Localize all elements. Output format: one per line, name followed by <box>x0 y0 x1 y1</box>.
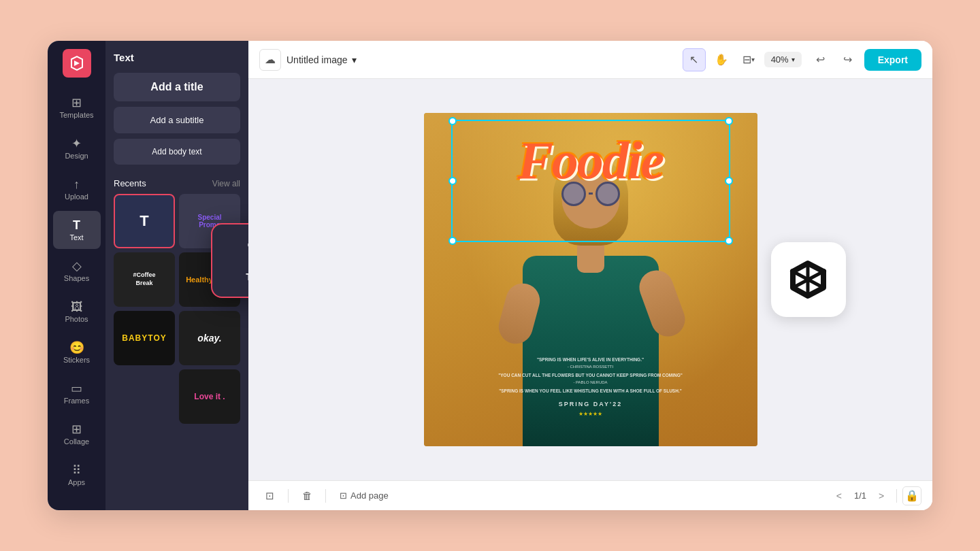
bottom-left: ⊡ 🗑 ⊡ Add page <box>259 486 394 506</box>
sidebar-item-label: Upload <box>65 193 88 201</box>
sidebar: ⊞ Templates ✦ Design ↑ Upload T Text ◇ S… <box>48 41 105 510</box>
layout-icon: ⊟ <box>742 53 751 66</box>
quote2: - CHRISTINA ROSSETTI <box>495 364 686 371</box>
sidebar-item-stickers[interactable]: 😊 Stickers <box>53 333 101 371</box>
recents-header: Recents View all <box>114 178 240 188</box>
canvas-area[interactable]: Foodie "SPRING IS WHEN LIFE'S ALIVE IN E… <box>248 79 932 480</box>
sidebar-item-label: Frames <box>64 397 89 405</box>
document-title: Untitled image <box>287 54 348 65</box>
trash-button[interactable]: 🗑 <box>297 486 317 506</box>
view-all-link[interactable]: View all <box>212 179 240 188</box>
archive-button[interactable]: ⊡ <box>259 486 280 506</box>
recent-loveit-text: Love it . <box>194 392 225 401</box>
templates-icon: ⊞ <box>71 97 82 109</box>
sidebar-item-design[interactable]: ✦ Design <box>53 129 101 167</box>
canvas-wrapper: Foodie "SPRING IS WHEN LIFE'S ALIVE IN E… <box>424 113 757 446</box>
bottom-bar: ⊡ 🗑 ⊡ Add page < 1/1 > <box>248 480 932 510</box>
collage-icon: ⊞ <box>71 423 82 435</box>
cursor-icon: ↖ <box>689 53 698 66</box>
add-page-icon: ⊡ <box>340 490 347 501</box>
add-page-label: Add page <box>350 490 389 501</box>
sidebar-item-label: Apps <box>68 478 85 486</box>
sidebar-item-label: Collage <box>64 437 89 446</box>
toolbar: ☁ Untitled image ▾ ↖ ✋ ⊟ ▾ <box>248 41 932 79</box>
recent-item-coffee[interactable]: #CoffeeBreak <box>114 252 175 307</box>
recent-item-baby[interactable]: BABYTOY <box>114 311 175 365</box>
zoom-level: 40% <box>771 54 789 65</box>
redo-button[interactable]: ↪ <box>837 49 859 71</box>
upload-icon: ↑ <box>74 178 80 190</box>
redo-icon: ↪ <box>843 53 852 66</box>
lock-button[interactable]: 🔒 <box>902 486 921 505</box>
toolbar-right: ↩ ↪ Export <box>810 49 921 71</box>
next-page-button[interactable]: > <box>872 486 891 505</box>
sidebar-item-collage[interactable]: ⊞ Collage <box>53 415 101 453</box>
sidebar-item-label: Design <box>65 152 88 160</box>
sidebar-item-apps[interactable]: ⠿ Apps <box>53 456 101 494</box>
sidebar-item-label: Stickers <box>63 356 90 364</box>
recent-baby-text: BABYTOY <box>122 333 166 343</box>
editor-area: ☁ Untitled image ▾ ↖ ✋ ⊟ ▾ <box>248 41 932 510</box>
document-title-area[interactable]: Untitled image ▾ <box>287 54 357 65</box>
sidebar-item-label: Photos <box>65 315 88 323</box>
cursor-tool-button[interactable]: ↖ <box>683 48 706 71</box>
sidebar-item-text[interactable]: T Text <box>53 211 101 249</box>
apps-icon: ⠿ <box>72 464 81 476</box>
export-button[interactable]: Export <box>864 49 921 71</box>
popup-text-icon: T <box>248 239 248 267</box>
poster-bottom-text: "SPRING IS WHEN LIFE'S ALIVE IN EVERYTHI… <box>495 356 686 419</box>
popup-text-label: Text <box>246 271 248 282</box>
sidebar-item-label: Templates <box>59 111 93 119</box>
bottom-divider-3 <box>896 489 897 503</box>
add-subtitle-button[interactable]: Add a subtitle <box>114 107 240 133</box>
recent-okay-text: okay. <box>197 333 221 344</box>
sidebar-item-upload[interactable]: ↑ Upload <box>53 170 101 208</box>
app-container: ⊞ Templates ✦ Design ↑ Upload T Text ◇ S… <box>48 41 932 510</box>
design-icon: ✦ <box>71 137 82 150</box>
undo-button[interactable]: ↩ <box>810 49 832 71</box>
sidebar-item-templates[interactable]: ⊞ Templates <box>53 88 101 127</box>
bottom-divider-2 <box>325 489 326 503</box>
recent-item-loveit[interactable]: Love it . <box>179 369 240 424</box>
sidebar-item-label: Shapes <box>64 274 89 282</box>
hand-tool-button[interactable]: ✋ <box>710 48 733 71</box>
shapes-icon: ◇ <box>72 260 82 272</box>
prev-page-button[interactable]: < <box>830 486 849 505</box>
cloud-button[interactable]: ☁ <box>259 49 281 71</box>
recent-coffee-text: #CoffeeBreak <box>133 271 155 287</box>
capcut-logo <box>771 242 846 317</box>
panel-title: Text <box>114 52 240 63</box>
quote3: "YOU CAN CUT ALL THE FLOWERS BUT YOU CAN… <box>495 372 686 379</box>
layout-dropdown-icon: ▾ <box>751 56 755 63</box>
add-title-button[interactable]: Add a title <box>114 73 240 101</box>
recent-item-text[interactable]: T <box>114 194 175 248</box>
app-logo[interactable] <box>63 49 91 78</box>
text-icon: T <box>73 219 80 231</box>
add-page-button[interactable]: ⊡ Add page <box>334 488 394 503</box>
poster-title: Foodie <box>518 131 663 190</box>
canvas-image[interactable]: Foodie "SPRING IS WHEN LIFE'S ALIVE IN E… <box>424 113 757 446</box>
frames-icon: ▭ <box>71 382 82 395</box>
bottom-center: < 1/1 > 🔒 <box>830 486 921 505</box>
sidebar-item-label: Text <box>69 233 83 241</box>
zoom-control[interactable]: 40% ▾ <box>764 52 802 67</box>
quote5: "SPRING IS WHEN YOU FEEL LIKE WHISTLING … <box>495 388 686 395</box>
sidebar-item-photos[interactable]: 🖼 Photos <box>53 293 101 331</box>
quote4: - PABLO NERUDA <box>495 380 686 386</box>
layout-button[interactable]: ⊟ ▾ <box>737 48 760 71</box>
star-rating: ★★★★★ <box>495 410 686 419</box>
stickers-icon: 😊 <box>69 341 84 354</box>
zoom-dropdown-icon: ▾ <box>791 56 795 63</box>
text-panel: Text Add a title Add a subtitle Add body… <box>105 41 248 510</box>
recent-item-okay[interactable]: okay. <box>179 311 240 365</box>
hand-icon: ✋ <box>715 53 728 66</box>
page-indicator: 1/1 <box>854 490 866 501</box>
lock-icon: 🔒 <box>905 489 919 502</box>
page-total: 1 <box>862 490 866 501</box>
sidebar-item-shapes[interactable]: ◇ Shapes <box>53 252 101 290</box>
sidebar-item-frames[interactable]: ▭ Frames <box>53 374 101 412</box>
toolbar-left: ☁ Untitled image ▾ <box>259 49 674 71</box>
title-dropdown-icon: ▾ <box>352 54 357 65</box>
trash-icon: 🗑 <box>302 490 312 501</box>
add-body-button[interactable]: Add body text <box>114 139 240 165</box>
